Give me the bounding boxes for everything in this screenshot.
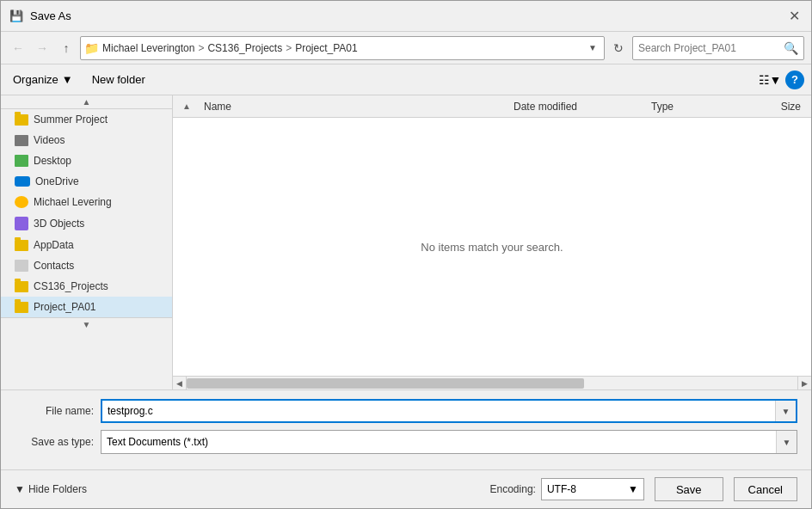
view-options-button[interactable]: ☷ ▼ bbox=[758, 69, 782, 91]
sidebar-item-michael[interactable]: Michael Levering bbox=[1, 192, 172, 212]
encoding-select[interactable]: UTF-8 ▼ bbox=[541, 478, 644, 500]
bottom-section: File name: ▼ Save as type: Text Document… bbox=[1, 389, 811, 469]
toolbar: Organize ▼ New folder ☷ ▼ ? bbox=[1, 64, 811, 95]
sidebar-item-desktop[interactable]: Desktop bbox=[1, 150, 172, 171]
search-box: 🔍 bbox=[632, 36, 804, 60]
file-name-input-container: ▼ bbox=[101, 399, 797, 423]
dialog-title: Save As bbox=[30, 9, 71, 22]
encoding-value: UTF-8 bbox=[547, 483, 576, 495]
save-label: Save bbox=[676, 483, 702, 496]
column-name[interactable]: Name bbox=[197, 101, 507, 113]
horizontal-scrollbar[interactable]: ◀ ▶ bbox=[173, 376, 811, 389]
encoding-dropdown-icon: ▼ bbox=[628, 483, 638, 495]
scroll-right-button[interactable]: ▶ bbox=[797, 377, 811, 390]
footer: ▼ Hide Folders Encoding: UTF-8 ▼ Save Ca… bbox=[1, 469, 811, 508]
address-bar: ← → ↑ 📁 Michael Leverington > CS136_Proj… bbox=[1, 32, 811, 64]
sidebar-item-label: Desktop bbox=[34, 155, 71, 167]
help-button[interactable]: ? bbox=[785, 71, 804, 89]
file-list: No items match your search. bbox=[173, 118, 811, 376]
title-bar: 💾 Save As ✕ bbox=[1, 1, 811, 32]
save-type-label: Save as type: bbox=[15, 436, 101, 448]
save-type-value[interactable]: Text Documents (*.txt) bbox=[102, 436, 776, 448]
column-header: ▲ Name Date modified Type Size bbox=[173, 95, 811, 118]
scroll-thumb[interactable] bbox=[187, 378, 584, 389]
column-size[interactable]: Size bbox=[739, 101, 808, 113]
scroll-track[interactable] bbox=[187, 377, 797, 389]
search-icon: 🔍 bbox=[784, 41, 798, 55]
forward-button[interactable]: → bbox=[32, 38, 52, 58]
contacts-icon bbox=[15, 260, 28, 272]
sidebar-item-label: Summer Project bbox=[34, 113, 108, 126]
user-icon bbox=[15, 196, 28, 208]
encoding-section: Encoding: UTF-8 ▼ bbox=[490, 478, 644, 500]
title-left: 💾 Save As bbox=[9, 9, 71, 23]
view-dropdown-icon: ▼ bbox=[770, 73, 782, 87]
file-name-row: File name: ▼ bbox=[15, 399, 797, 423]
close-button[interactable]: ✕ bbox=[784, 6, 804, 27]
breadcrumb-sep-1: > bbox=[198, 42, 204, 54]
breadcrumb-sep-2: > bbox=[286, 42, 292, 54]
breadcrumb-dropdown-button[interactable]: ▼ bbox=[585, 43, 600, 52]
search-input[interactable] bbox=[638, 42, 780, 54]
save-as-dialog: 💾 Save As ✕ ← → ↑ 📁 Michael Leverington … bbox=[0, 0, 812, 509]
breadcrumb-bar: 📁 Michael Leverington > CS136_Projects >… bbox=[80, 36, 605, 60]
sort-arrow[interactable]: ▲ bbox=[176, 101, 197, 111]
no-items-message: No items match your search. bbox=[421, 241, 563, 254]
hide-folders-arrow: ▼ bbox=[15, 483, 25, 495]
new-folder-button[interactable]: New folder bbox=[85, 71, 152, 89]
scroll-left-button[interactable]: ◀ bbox=[173, 377, 187, 390]
sidebar-item-label: CS136_Projects bbox=[34, 280, 108, 292]
hide-folders-label: Hide Folders bbox=[28, 483, 87, 495]
sidebar: ▲ Summer Project Videos Desktop OneDrive… bbox=[1, 95, 173, 389]
sidebar-item-label: Contacts bbox=[34, 260, 74, 272]
cancel-button[interactable]: Cancel bbox=[734, 477, 797, 501]
refresh-button[interactable]: ↻ bbox=[608, 38, 629, 58]
up-button[interactable]: ↑ bbox=[56, 38, 77, 58]
organize-button[interactable]: Organize ▼ bbox=[8, 71, 78, 89]
sidebar-item-summer-project[interactable]: Summer Project bbox=[1, 109, 172, 130]
folder-icon bbox=[15, 302, 28, 313]
cancel-label: Cancel bbox=[748, 483, 783, 496]
breadcrumb-part-3[interactable]: Project_PA01 bbox=[295, 42, 358, 54]
sidebar-item-cs136[interactable]: CS136_Projects bbox=[1, 276, 172, 297]
sidebar-item-appdata[interactable]: AppData bbox=[1, 235, 172, 255]
sidebar-scroll-up[interactable]: ▲ bbox=[1, 95, 172, 109]
encoding-label: Encoding: bbox=[490, 483, 536, 495]
breadcrumb-part-1[interactable]: Michael Leverington bbox=[102, 42, 194, 54]
sidebar-item-label: 3D Objects bbox=[34, 218, 84, 230]
folder-icon bbox=[15, 114, 28, 126]
sidebar-item-onedrive[interactable]: OneDrive bbox=[1, 171, 172, 192]
organize-dropdown-icon: ▼ bbox=[62, 73, 73, 86]
sidebar-item-label: AppData bbox=[34, 239, 74, 251]
column-type[interactable]: Type bbox=[644, 101, 739, 113]
save-type-dropdown[interactable]: ▼ bbox=[776, 431, 797, 453]
sidebar-item-label: Videos bbox=[34, 134, 65, 146]
hide-folders-button[interactable]: ▼ Hide Folders bbox=[15, 483, 87, 495]
desktop-icon bbox=[15, 155, 28, 167]
sidebar-item-label: Michael Levering bbox=[34, 196, 112, 208]
back-button[interactable]: ← bbox=[8, 38, 28, 58]
dialog-icon: 💾 bbox=[9, 9, 23, 23]
videos-icon bbox=[15, 135, 28, 146]
3d-objects-icon bbox=[15, 217, 28, 230]
view-icon: ☷ bbox=[759, 73, 770, 87]
breadcrumb-folder-icon: 📁 bbox=[84, 41, 99, 55]
save-button[interactable]: Save bbox=[655, 477, 723, 501]
file-name-dropdown[interactable]: ▼ bbox=[775, 401, 796, 421]
column-date-modified[interactable]: Date modified bbox=[507, 101, 644, 113]
save-type-select-container: Text Documents (*.txt) ▼ bbox=[101, 430, 797, 454]
sidebar-item-contacts[interactable]: Contacts bbox=[1, 255, 172, 276]
file-name-label: File name: bbox=[15, 405, 101, 417]
sidebar-item-project-pa01[interactable]: Project_PA01 bbox=[1, 297, 172, 317]
toolbar-right: ☷ ▼ ? bbox=[758, 69, 804, 91]
onedrive-icon bbox=[15, 176, 30, 187]
new-folder-label: New folder bbox=[92, 73, 145, 86]
file-name-input[interactable] bbox=[102, 405, 775, 417]
file-area: ▲ Name Date modified Type Size No items … bbox=[173, 95, 811, 389]
sidebar-item-videos[interactable]: Videos bbox=[1, 130, 172, 150]
breadcrumb-part-2[interactable]: CS136_Projects bbox=[207, 42, 282, 54]
organize-label: Organize bbox=[13, 73, 58, 86]
sidebar-item-3d-objects[interactable]: 3D Objects bbox=[1, 212, 172, 235]
sidebar-item-label: Project_PA01 bbox=[34, 301, 96, 313]
sidebar-scroll-down[interactable]: ▼ bbox=[1, 317, 172, 331]
